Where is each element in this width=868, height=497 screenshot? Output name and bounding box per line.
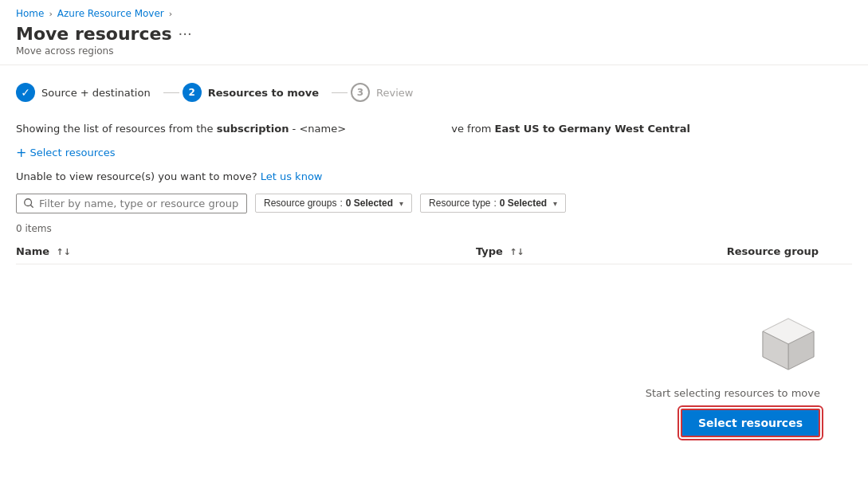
breadcrumb-sep-1: ›	[49, 9, 52, 19]
step-1-circle: ✓	[16, 83, 35, 102]
cube-icon	[756, 312, 820, 376]
info-subscription: subscription	[217, 123, 289, 135]
search-icon	[23, 198, 34, 209]
resource-groups-count: 0 Selected	[346, 198, 393, 209]
plus-icon: +	[16, 147, 26, 159]
svg-line-1	[30, 205, 33, 207]
step-1[interactable]: ✓ Source + destination	[16, 78, 160, 107]
info-row: Showing the list of resources from the s…	[16, 121, 852, 137]
breadcrumb-sep-2: ›	[169, 9, 172, 19]
resource-table: Name ↑↓ Type ↑↓ Resource group	[16, 239, 852, 264]
breadcrumb-home[interactable]: Home	[16, 8, 44, 19]
col-header-resource-group[interactable]: Resource group	[727, 239, 852, 264]
resource-type-filter[interactable]: Resource type : 0 Selected ▾	[420, 194, 566, 213]
info-suffix: - <name>	[289, 123, 346, 135]
step-3-number: 3	[357, 87, 363, 98]
resource-groups-filter[interactable]: Resource groups : 0 Selected ▾	[255, 194, 412, 213]
wizard-sep-2	[332, 92, 348, 93]
info-prefix: Showing the list of resources from the	[16, 123, 217, 135]
filter-row: Resource groups : 0 Selected ▾ Resource …	[16, 194, 852, 213]
info-move-prefix: ve from	[451, 123, 494, 135]
step-1-checkmark: ✓	[21, 86, 30, 99]
unable-text: Unable to view resource(s) you want to m…	[16, 170, 257, 182]
resource-type-chevron: ▾	[553, 199, 557, 208]
step-2-circle: 2	[183, 83, 202, 102]
table-header-row: Name ↑↓ Type ↑↓ Resource group	[16, 239, 852, 264]
breadcrumb: Home › Azure Resource Mover ›	[0, 0, 868, 24]
filter-input-wrap[interactable]	[16, 194, 247, 213]
resource-type-sep: :	[493, 198, 496, 209]
col-header-type[interactable]: Type ↑↓	[476, 239, 727, 264]
empty-state: Start selecting resources to move Select…	[16, 264, 852, 453]
resource-type-label: Resource type	[429, 198, 490, 209]
items-count: 0 items	[16, 223, 852, 234]
resource-groups-sep: :	[340, 198, 342, 209]
page-header: Move resources ··· Move across regions	[0, 24, 868, 65]
step-3-label: Review	[376, 87, 413, 99]
more-options-icon[interactable]: ···	[178, 25, 191, 42]
unable-row: Unable to view resource(s) you want to m…	[16, 170, 852, 182]
col-header-name[interactable]: Name ↑↓	[16, 239, 476, 264]
step-2[interactable]: 2 Resources to move	[183, 78, 328, 107]
page-title: Move resources	[16, 24, 171, 44]
resource-groups-label: Resource groups	[264, 198, 336, 209]
wizard-sep-1	[163, 92, 179, 93]
select-resources-link[interactable]: + Select resources	[16, 147, 116, 159]
resource-groups-chevron: ▾	[399, 199, 403, 208]
step-2-label: Resources to move	[208, 87, 319, 99]
let-us-know-link[interactable]: Let us know	[261, 170, 323, 182]
step-3-circle: 3	[351, 83, 370, 102]
step-1-label: Source + destination	[41, 87, 151, 99]
select-resources-link-label: Select resources	[29, 147, 115, 158]
breadcrumb-azure-resource-mover[interactable]: Azure Resource Mover	[57, 8, 164, 19]
resource-type-count: 0 Selected	[500, 198, 547, 209]
sort-name-icon: ↑↓	[57, 247, 71, 257]
info-move-region: East US to Germany West Central	[495, 123, 690, 135]
wizard-steps: ✓ Source + destination 2 Resources to mo…	[16, 78, 852, 107]
page-subtitle: Move across regions	[16, 45, 852, 57]
main-content: ✓ Source + destination 2 Resources to mo…	[0, 65, 868, 466]
step-3[interactable]: 3 Review	[351, 78, 422, 107]
empty-state-text: Start selecting resources to move	[646, 387, 820, 399]
select-resources-button[interactable]: Select resources	[681, 409, 820, 437]
filter-input[interactable]	[39, 198, 240, 209]
step-2-number: 2	[188, 87, 194, 98]
sort-type-icon: ↑↓	[509, 247, 524, 257]
